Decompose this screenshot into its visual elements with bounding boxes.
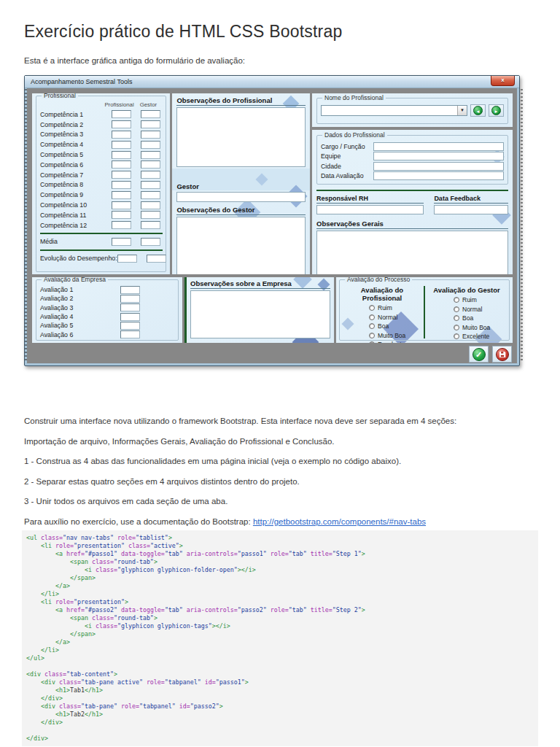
- profissional-group-title: Profissional: [42, 93, 78, 99]
- media-gestor-input[interactable]: [141, 238, 160, 246]
- radio-option[interactable]: Excelente: [369, 341, 421, 343]
- data-feedback-input[interactable]: [434, 205, 508, 214]
- row-inputs: [112, 171, 160, 179]
- radio-circle-icon[interactable]: [454, 315, 459, 321]
- gestor-score-input[interactable]: [141, 191, 160, 199]
- responsavel-rh-input[interactable]: [316, 205, 424, 214]
- obs-profissional-textarea[interactable]: [176, 107, 306, 167]
- radio-label: Ruim: [462, 296, 477, 303]
- gestor-score-input[interactable]: [141, 211, 160, 219]
- profissional-score-input[interactable]: [112, 181, 131, 189]
- radio-circle-icon[interactable]: [454, 297, 459, 303]
- obs-gestor-textarea[interactable]: [176, 217, 306, 274]
- radio-option[interactable]: Muito Boa: [369, 332, 421, 339]
- close-button[interactable]: x: [491, 76, 515, 86]
- code-line: <h1>Tab2</h1>: [26, 711, 534, 719]
- window-titlebar[interactable]: Acompanhamento Semestral Tools x: [25, 76, 519, 88]
- radio-option[interactable]: Normal: [454, 306, 506, 313]
- profissional-score-input[interactable]: [112, 191, 131, 199]
- nav-next-button[interactable]: ►: [489, 104, 504, 117]
- instruction-paragraph: 2 - Separar estas quatro seções em 4 arq…: [24, 477, 538, 486]
- dados-field-input[interactable]: [373, 142, 504, 151]
- profissional-score-input[interactable]: [112, 110, 131, 118]
- radio-circle-icon[interactable]: [454, 325, 459, 330]
- gestor-score-input[interactable]: [141, 131, 160, 139]
- radio-circle-icon[interactable]: [369, 314, 375, 320]
- radio-circle-icon[interactable]: [369, 341, 375, 343]
- gestor-score-input[interactable]: [141, 151, 160, 159]
- gestor-score-input[interactable]: [141, 110, 160, 118]
- profissional-score-input[interactable]: [112, 201, 131, 209]
- code-line: <li role="presentation" class="active">: [26, 542, 534, 550]
- profissional-score-input[interactable]: [112, 160, 131, 169]
- gestor-score-input[interactable]: [141, 160, 160, 169]
- profissional-score-input[interactable]: [112, 151, 131, 159]
- avaliacao-input[interactable]: [120, 313, 140, 321]
- evolucao-gestor-input[interactable]: [147, 255, 166, 263]
- radio-circle-icon[interactable]: [369, 333, 375, 338]
- competencia-row: Competência 11: [40, 210, 163, 220]
- radio-circle-icon[interactable]: [369, 323, 375, 329]
- next-arrow-icon: ►: [491, 106, 501, 115]
- competencia-label: Competência 8: [40, 181, 112, 188]
- avaliacao-label: Avaliação 1: [40, 286, 120, 293]
- gestor-score-input[interactable]: [141, 201, 160, 209]
- radio-label: Ruim: [378, 304, 392, 311]
- radio-option[interactable]: Boa: [369, 322, 421, 330]
- avaliacao-label: Avaliação 6: [40, 331, 120, 338]
- gestor-score-input[interactable]: [141, 171, 160, 179]
- avaliacao-profissional-column: Avaliação do Profissional RuimNormalBoaM…: [343, 286, 421, 338]
- gestor-score-input[interactable]: [141, 141, 160, 149]
- avaliacao-empresa-panel: Avaliação da Empresa Avaliação 1Avaliaçã…: [32, 277, 182, 343]
- radio-option[interactable]: Ruim: [369, 304, 421, 311]
- save-button[interactable]: [492, 346, 512, 363]
- dropdown-arrow-icon[interactable]: ▼: [457, 106, 467, 115]
- competencia-label: Competência 6: [40, 161, 112, 169]
- nome-profissional-select[interactable]: ▼: [321, 105, 467, 116]
- gestor-score-input[interactable]: [141, 221, 160, 229]
- radio-option[interactable]: Muito Boa: [454, 324, 506, 331]
- dados-field-input[interactable]: [373, 162, 504, 171]
- profissional-score-input[interactable]: [112, 141, 131, 149]
- obs-empresa-textarea[interactable]: [190, 290, 330, 338]
- avaliacao-input[interactable]: [120, 286, 140, 294]
- gestor-input[interactable]: [176, 192, 306, 202]
- avaliacao-processo-panel: Avaliação do Processo Avaliação do Profi…: [336, 277, 513, 343]
- dados-field-input[interactable]: [373, 152, 504, 160]
- obs-gerais-textarea[interactable]: [316, 231, 508, 274]
- gestor-score-input[interactable]: [141, 181, 160, 189]
- radio-option[interactable]: Normal: [369, 314, 421, 321]
- radio-circle-icon[interactable]: [369, 305, 375, 311]
- media-profissional-input[interactable]: [112, 238, 131, 246]
- radio-option[interactable]: Boa: [454, 314, 506, 322]
- competencia-row: Competência 12: [40, 220, 163, 231]
- profissional-score-input[interactable]: [112, 171, 131, 179]
- evolucao-profissional-input[interactable]: [117, 255, 137, 263]
- profissional-score-input[interactable]: [112, 131, 131, 139]
- gestor-label: Gestor: [176, 182, 306, 191]
- avaliacao-label: Avaliação 2: [40, 295, 120, 302]
- bootstrap-doc-link[interactable]: http://getbootstrap.com/components/#nav-…: [253, 517, 426, 526]
- nav-prev-button[interactable]: ◄: [470, 104, 486, 117]
- profissional-score-input[interactable]: [112, 211, 131, 219]
- competencia-row: Competência 4: [40, 139, 163, 150]
- radio-circle-icon[interactable]: [454, 306, 459, 312]
- avaliacao-input[interactable]: [120, 295, 140, 303]
- avaliacao-input[interactable]: [120, 330, 140, 338]
- page-title: Exercício prático de HTML CSS Bootstrap: [24, 22, 342, 42]
- avaliacao-input[interactable]: [120, 303, 140, 311]
- profissional-score-input[interactable]: [112, 120, 131, 128]
- avaliacao-row: Avaliação 3: [40, 303, 175, 312]
- radio-option[interactable]: Ruim: [454, 296, 506, 303]
- radio-option[interactable]: Excelente: [454, 333, 506, 340]
- code-line: <i class="glyphicon glyphicon-tags"></i>: [26, 622, 534, 630]
- code-line: <a href="#passo2" data-toggle="tab" aria…: [26, 606, 534, 614]
- profissional-score-input[interactable]: [112, 221, 131, 229]
- radio-circle-icon[interactable]: [454, 333, 459, 339]
- competencia-row: Competência 6: [40, 160, 163, 170]
- avaliacao-input[interactable]: [120, 322, 140, 330]
- profissional-groupbox: Profissional Profissional Gestor Competê…: [36, 96, 166, 272]
- confirm-button[interactable]: ✓: [469, 346, 489, 363]
- gestor-score-input[interactable]: [141, 120, 160, 128]
- dados-field-input[interactable]: [373, 171, 504, 180]
